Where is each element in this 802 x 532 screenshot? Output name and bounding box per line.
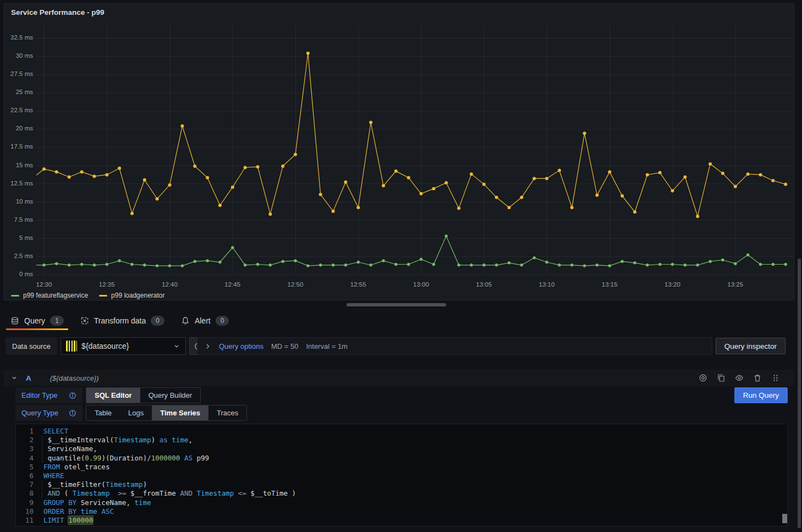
sql-code-editor[interactable]: 1SELECT2 $__timeInterval(Timestamp) as t… bbox=[15, 424, 788, 526]
run-query-button[interactable]: Run Query bbox=[734, 387, 788, 403]
editor-type-sql-editor[interactable]: SQL Editor bbox=[86, 388, 140, 403]
query-actions bbox=[699, 374, 780, 382]
chevron-down-icon bbox=[173, 342, 180, 350]
transform-icon bbox=[80, 316, 89, 325]
collapse-chevron-icon[interactable] bbox=[10, 374, 18, 382]
editor-type-label-chip: Editor Type bbox=[15, 387, 83, 403]
sql-line: 5FROM otel_traces bbox=[16, 463, 787, 471]
copy-icon[interactable] bbox=[717, 374, 726, 382]
y-axis-label: 15 ms bbox=[4, 162, 33, 168]
clickhouse-datasource-icon bbox=[66, 341, 77, 352]
line-number: 10 bbox=[16, 507, 43, 516]
vertical-scrollbar[interactable] bbox=[798, 259, 801, 528]
query-row-header[interactable]: A (${datasource}) bbox=[4, 370, 794, 386]
timeseries-panel: Service Performance - p99 0 ms2.5 ms5 ms… bbox=[4, 3, 794, 300]
target-icon[interactable] bbox=[699, 374, 707, 382]
query-datasource-hint: (${datasource}) bbox=[50, 374, 99, 382]
query-type-label: Query Type bbox=[21, 409, 58, 417]
interval: Interval = 1m bbox=[306, 342, 348, 350]
line-number: 6 bbox=[16, 471, 43, 480]
horizontal-scrollbar[interactable] bbox=[347, 303, 446, 306]
editor-scrollbar-thumb[interactable] bbox=[782, 514, 788, 523]
x-axis-label: 13:20 bbox=[655, 281, 690, 288]
y-axis-label: 12.5 ms bbox=[4, 180, 33, 187]
y-axis-label: 10 ms bbox=[4, 198, 33, 205]
query-type-logs[interactable]: Logs bbox=[120, 405, 152, 420]
info-icon[interactable] bbox=[69, 409, 76, 417]
y-axis-label: 5 ms bbox=[4, 234, 33, 241]
sql-line: 6WHERE bbox=[16, 471, 787, 480]
sql-line: 1SELECT bbox=[16, 427, 787, 436]
legend-label: p99 loadgenerator bbox=[111, 292, 164, 299]
x-axis-label: 12:30 bbox=[26, 281, 62, 288]
line-number: 3 bbox=[16, 445, 43, 453]
query-options-bar[interactable]: Query options MD = 50 Interval = 1m bbox=[197, 337, 712, 355]
editor-type-label: Editor Type bbox=[21, 391, 58, 399]
line-number: 7 bbox=[16, 480, 43, 489]
tab-alert[interactable]: Alert 0 bbox=[175, 311, 234, 330]
x-axis-label: 13:05 bbox=[466, 281, 502, 288]
line-number: 5 bbox=[16, 463, 43, 471]
tab-badge: 0 bbox=[216, 316, 229, 326]
tab-label: Query bbox=[24, 316, 45, 325]
datasource-label: Data source bbox=[6, 337, 57, 355]
trash-icon[interactable] bbox=[753, 374, 762, 382]
info-icon[interactable] bbox=[69, 392, 76, 399]
editor-type-query-builder[interactable]: Query Builder bbox=[140, 388, 200, 403]
sql-line: 7 $__timeFilter(Timestamp) bbox=[16, 480, 787, 489]
chart-svg bbox=[4, 4, 794, 286]
panel-title[interactable]: Service Performance - p99 bbox=[11, 8, 105, 17]
line-number: 1 bbox=[16, 427, 43, 436]
tab-label: Transform data bbox=[94, 316, 146, 325]
x-axis-label: 12:55 bbox=[340, 281, 376, 288]
y-axis-label: 7.5 ms bbox=[4, 216, 33, 223]
y-axis-label: 22.5 ms bbox=[4, 107, 33, 113]
y-axis-label: 32.5 ms bbox=[4, 34, 33, 41]
sql-code: 1SELECT2 $__timeInterval(Timestamp) as t… bbox=[16, 427, 787, 525]
editor-tabbar: Query 1 Transform data 0 Alert 0 bbox=[5, 311, 234, 330]
legend-swatch bbox=[99, 295, 107, 297]
indent-guide bbox=[42, 436, 42, 463]
legend-item-loadgenerator[interactable]: p99 loadgenerator bbox=[99, 292, 164, 299]
x-axis-label: 12:35 bbox=[89, 281, 124, 288]
query-inspector-button[interactable]: Query inspector bbox=[716, 338, 785, 354]
x-axis-label: 12:40 bbox=[152, 281, 188, 288]
legend-label: p99 featureflagservice bbox=[23, 292, 88, 299]
chart-legend: p99 featureflagservice p99 loadgenerator bbox=[11, 292, 165, 299]
indent-guide bbox=[42, 480, 42, 498]
drag-handle-icon[interactable] bbox=[771, 374, 780, 382]
query-type-table[interactable]: Table bbox=[86, 405, 120, 420]
database-icon bbox=[10, 316, 19, 325]
datasource-row: Data source ${datasource} bbox=[6, 337, 208, 355]
y-axis-label: 30 ms bbox=[4, 52, 33, 59]
tab-query[interactable]: Query 1 bbox=[5, 311, 69, 330]
query-type-label-chip: Query Type bbox=[15, 405, 83, 421]
legend-item-featureflagservice[interactable]: p99 featureflagservice bbox=[11, 292, 88, 299]
series-0 bbox=[30, 234, 787, 267]
line-number: 9 bbox=[16, 498, 43, 507]
x-axis-label: 13:15 bbox=[592, 281, 627, 288]
x-axis-label: 13:25 bbox=[718, 281, 753, 288]
tab-transform-data[interactable]: Transform data 0 bbox=[75, 311, 170, 330]
x-axis-label: 13:00 bbox=[404, 281, 439, 288]
line-number: 4 bbox=[16, 454, 43, 463]
datasource-picker[interactable]: ${datasource} bbox=[61, 337, 186, 355]
eye-icon[interactable] bbox=[735, 374, 744, 382]
query-type-time-series[interactable]: Time Series bbox=[152, 405, 208, 420]
chart-plot: 0 ms2.5 ms5 ms7.5 ms10 ms12.5 ms15 ms17.… bbox=[4, 4, 794, 300]
x-axis-label: 12:45 bbox=[215, 281, 250, 288]
tab-label: Alert bbox=[195, 316, 211, 325]
gridlines bbox=[36, 25, 794, 275]
query-options-link[interactable]: Query options bbox=[219, 342, 263, 350]
query-type-row: Query Type Table Logs Time Series Traces bbox=[15, 405, 247, 421]
query-type-traces[interactable]: Traces bbox=[208, 405, 246, 420]
y-axis-label: 2.5 ms bbox=[4, 253, 33, 259]
datasource-value: ${datasource} bbox=[81, 342, 173, 350]
active-tab-underline bbox=[6, 328, 68, 330]
sql-line: 8 AND ( Timestamp >= $__fromTime AND Tim… bbox=[16, 489, 787, 498]
y-axis-label: 0 ms bbox=[4, 271, 33, 277]
editor-type-toggle: SQL Editor Query Builder bbox=[86, 387, 201, 403]
tab-badge: 0 bbox=[151, 316, 164, 326]
line-number: 8 bbox=[16, 489, 43, 498]
bell-icon bbox=[181, 316, 190, 325]
